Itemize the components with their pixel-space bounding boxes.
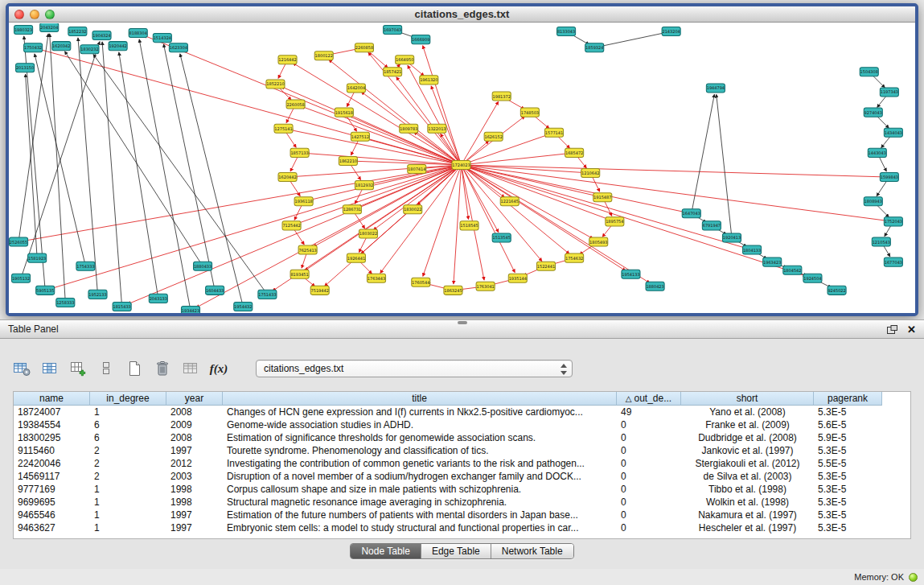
graph-node[interactable]: 1926441 xyxy=(347,253,365,262)
graph-edge[interactable] xyxy=(461,165,882,177)
cell-short[interactable]: Jankovic et al. (1997) xyxy=(681,444,814,457)
graph-node[interactable]: 2013150 xyxy=(16,64,35,72)
table-row[interactable]: 1456911722003Disruption of a novel membe… xyxy=(14,470,910,483)
cell-short[interactable]: Nakamura et al. (1997) xyxy=(681,509,814,521)
graph-node[interactable]: 8133043 xyxy=(557,27,576,36)
graph-node[interactable]: 1936118 xyxy=(294,197,313,206)
minimize-window-button[interactable] xyxy=(30,10,39,19)
graph-node[interactable]: 1286731 xyxy=(343,205,361,214)
cell-year[interactable]: 1998 xyxy=(166,496,223,509)
cell-title[interactable]: Structural magnetic resonance image aver… xyxy=(223,496,617,509)
tab-network-table[interactable]: Network Table xyxy=(491,544,573,558)
window-titlebar[interactable]: citations_edges.txt xyxy=(9,6,915,23)
graph-node[interactable]: 1763443 xyxy=(367,274,385,282)
cell-short[interactable]: Dudbridge et al. (2008) xyxy=(681,431,814,444)
graph-node[interactable]: 7625413 xyxy=(298,245,317,254)
function-builder-icon[interactable]: f(x) xyxy=(208,358,229,379)
show-columns-icon[interactable] xyxy=(39,358,60,379)
cell-in_degree[interactable]: 2 xyxy=(90,457,166,470)
cell-in_degree[interactable]: 1 xyxy=(90,509,166,521)
graph-edge[interactable] xyxy=(373,165,461,230)
graph-node[interactable]: 1258333 xyxy=(56,298,75,307)
cell-name[interactable]: 22420046 xyxy=(14,457,90,470)
graph-edge[interactable] xyxy=(601,31,671,46)
graph-node[interactable]: 7125442 xyxy=(282,221,301,230)
graph-node[interactable]: 1751433 xyxy=(258,290,277,299)
graph-node[interactable]: 1221645 xyxy=(500,197,519,206)
cell-year[interactable]: 2008 xyxy=(166,431,223,444)
cell-out_degree[interactable]: 0 xyxy=(617,418,681,431)
cell-out_degree[interactable]: 0 xyxy=(617,496,681,509)
cell-in_degree[interactable]: 1 xyxy=(90,521,166,534)
column-header-in-degree[interactable]: in_degree xyxy=(90,392,166,406)
graph-node[interactable]: 1626152 xyxy=(484,132,503,141)
graph-edge[interactable] xyxy=(461,165,593,239)
graph-node[interactable]: 1905132 xyxy=(12,274,31,282)
graph-node[interactable]: 1647043 xyxy=(682,209,700,218)
cell-year[interactable]: 2003 xyxy=(166,470,223,483)
graph-node[interactable]: 1904324 xyxy=(92,31,111,40)
graph-node[interactable]: 1812932 xyxy=(355,181,373,190)
graph-node[interactable]: 1862210 xyxy=(339,156,357,165)
cell-in_degree[interactable]: 2 xyxy=(90,470,166,483)
cell-title[interactable]: Corpus callosum shape and size in male p… xyxy=(223,483,617,496)
graph-node[interactable]: 1815433 xyxy=(113,302,131,311)
graph-node[interactable]: 1322013 xyxy=(428,124,446,133)
cell-title[interactable]: Investigating the contribution of common… xyxy=(223,457,617,470)
column-header-name[interactable]: name xyxy=(14,392,90,406)
cell-title[interactable]: Estimation of significance thresholds fo… xyxy=(223,431,617,444)
cell-title[interactable]: Disruption of a novel member of a sodium… xyxy=(223,470,617,483)
graph-node[interactable]: 8188304 xyxy=(129,29,147,38)
graph-edge[interactable] xyxy=(423,46,462,165)
cell-title[interactable]: Genome-wide association studies in ADHD. xyxy=(223,418,617,431)
graph-edge[interactable] xyxy=(93,55,267,295)
graph-node[interactable]: 1577141 xyxy=(544,128,563,137)
cell-pagerank[interactable]: 5.5E-5 xyxy=(814,457,882,470)
cell-title[interactable]: Changes of HCN gene expression and I(f) … xyxy=(223,406,617,418)
column-header-title[interactable]: title xyxy=(223,392,617,406)
graph-node[interactable]: 1800122 xyxy=(314,51,333,60)
cell-name[interactable]: 9465546 xyxy=(14,509,90,521)
graph-node[interactable]: 1623304 xyxy=(169,43,187,52)
import-table-icon[interactable] xyxy=(180,358,201,379)
table-row[interactable]: 977716911998Corpus callosum shape and si… xyxy=(14,483,910,496)
delete-column-icon[interactable] xyxy=(96,358,117,379)
graph-node[interactable]: 1210543 xyxy=(872,237,890,246)
graph-node[interactable]: 1518545 xyxy=(460,221,478,230)
cell-pagerank[interactable]: 5.3E-5 xyxy=(814,406,882,418)
graph-node[interactable]: 1935144 xyxy=(508,274,527,282)
graph-node[interactable]: 1880423 xyxy=(646,282,664,290)
cell-pagerank[interactable]: 5.3E-5 xyxy=(814,496,882,509)
table-row[interactable]: 1830029562008Estimation of significance … xyxy=(14,431,910,444)
graph-node[interactable]: 1752043 xyxy=(884,217,902,226)
graph-node[interactable]: 1859324 xyxy=(585,43,604,52)
cell-in_degree[interactable]: 1 xyxy=(90,406,166,418)
cell-year[interactable]: 1997 xyxy=(166,521,223,534)
graph-node[interactable]: 1434043 xyxy=(884,128,902,137)
graph-node[interactable]: 1915618 xyxy=(335,108,353,117)
graph-edge[interactable] xyxy=(461,165,806,276)
splitter-handle[interactable] xyxy=(458,321,467,324)
create-column-icon[interactable] xyxy=(68,358,88,379)
cell-title[interactable]: Embryonic stem cells: a model to study s… xyxy=(223,521,617,534)
cell-year[interactable]: 2008 xyxy=(166,406,223,418)
column-header-out-degree[interactable]: △out_de... xyxy=(617,392,681,406)
cell-pagerank[interactable]: 5.3E-5 xyxy=(814,521,882,534)
graph-node[interactable]: 1954133 xyxy=(622,270,640,278)
close-panel-icon[interactable]: ✕ xyxy=(907,324,916,335)
new-table-icon[interactable] xyxy=(124,358,145,379)
graph-node[interactable]: 1427512 xyxy=(351,132,369,141)
graph-node[interactable]: 8193451 xyxy=(290,270,309,278)
cell-short[interactable]: Hescheler et al. (1997) xyxy=(681,521,814,534)
graph-node[interactable]: 1981372 xyxy=(492,92,511,101)
memory-indicator[interactable] xyxy=(909,573,918,582)
graph-node[interactable]: 1944794 xyxy=(706,84,725,93)
cell-out_degree[interactable]: 0 xyxy=(617,431,681,444)
graph-node[interactable]: 1620442 xyxy=(278,173,297,182)
graph-edge[interactable] xyxy=(692,94,715,213)
cell-year[interactable]: 2009 xyxy=(166,418,223,431)
graph-node[interactable]: 9274043 xyxy=(864,108,882,117)
cell-name[interactable]: 9777169 xyxy=(14,483,90,496)
cell-pagerank[interactable]: 5.3E-5 xyxy=(814,509,882,521)
table-mode-icon[interactable] xyxy=(11,358,32,379)
